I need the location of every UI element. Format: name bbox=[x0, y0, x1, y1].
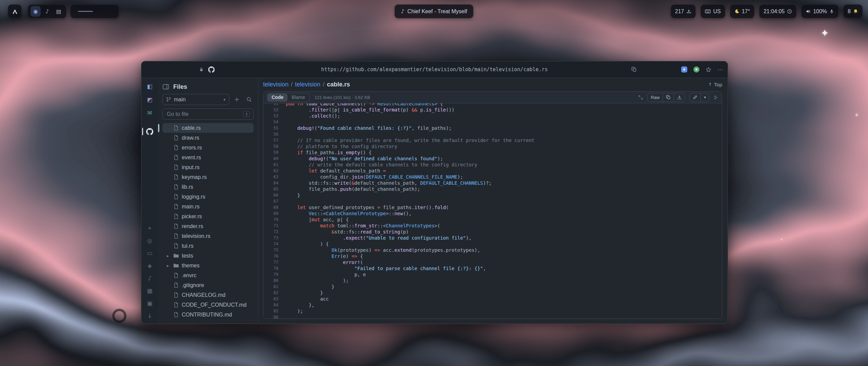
updates-widget[interactable]: 217 bbox=[671, 4, 696, 18]
breadcrumb-repo-link[interactable]: television bbox=[263, 81, 289, 88]
line-number[interactable]: 72 bbox=[263, 229, 278, 235]
lock-tab-icon[interactable]: ◈ bbox=[145, 261, 154, 270]
line-number[interactable]: 54 bbox=[263, 119, 278, 125]
lock-icon[interactable] bbox=[199, 67, 204, 72]
line-number[interactable]: 67 bbox=[263, 198, 278, 204]
notes-button[interactable]: ▤ bbox=[54, 6, 64, 17]
line-number[interactable]: 62 bbox=[263, 168, 278, 174]
tree-item-event.rs[interactable]: event.rs bbox=[162, 152, 254, 162]
tab-blame[interactable]: Blame bbox=[288, 94, 309, 101]
line-number[interactable]: 82 bbox=[263, 290, 278, 296]
tree-item-main.rs[interactable]: main.rs bbox=[162, 202, 254, 211]
goto-file-input[interactable] bbox=[166, 111, 240, 118]
weather-widget[interactable]: 17° bbox=[730, 4, 754, 18]
menu-kebab-icon[interactable]: ⋯ bbox=[717, 66, 723, 73]
tree-item-render.rs[interactable]: render.rs bbox=[162, 221, 254, 231]
line-number[interactable]: 70 bbox=[263, 217, 278, 223]
line-number[interactable]: 64 bbox=[263, 180, 278, 186]
keyboard-tab-icon[interactable]: ▭ bbox=[145, 249, 154, 258]
clock-widget[interactable]: 21:04:05 bbox=[759, 4, 796, 18]
line-number[interactable]: 63 bbox=[263, 174, 278, 180]
line-number[interactable]: 57 bbox=[263, 137, 278, 143]
line-number[interactable]: 86 bbox=[263, 314, 278, 319]
line-number[interactable]: 78 bbox=[263, 265, 278, 271]
line-number[interactable]: 84 bbox=[263, 302, 278, 308]
reader-icon[interactable]: ✉ bbox=[145, 108, 154, 117]
breadcrumb-folder-link[interactable]: television bbox=[295, 81, 320, 88]
line-number[interactable]: 55 bbox=[263, 125, 278, 131]
raw-button[interactable]: Raw bbox=[648, 93, 663, 102]
line-number[interactable]: 61 bbox=[263, 162, 278, 168]
github-tab-icon[interactable] bbox=[145, 127, 154, 136]
line-number[interactable]: 53 bbox=[263, 113, 278, 119]
tree-item-input.rs[interactable]: input.rs bbox=[162, 162, 254, 172]
launcher-button[interactable] bbox=[8, 4, 22, 18]
line-number[interactable]: 80 bbox=[263, 278, 278, 284]
line-number[interactable]: 56 bbox=[263, 131, 278, 137]
line-number[interactable]: 81 bbox=[263, 284, 278, 290]
tree-item-CHANGELOG.md[interactable]: CHANGELOG.md bbox=[162, 290, 254, 300]
tree-item-tui.rs[interactable]: tui.rs bbox=[162, 241, 254, 251]
line-number[interactable]: 51 bbox=[263, 103, 278, 107]
copy-icon[interactable] bbox=[663, 93, 674, 102]
line-number[interactable]: 85 bbox=[263, 308, 278, 314]
tree-item-.envrc[interactable]: .envrc bbox=[162, 270, 254, 280]
workspaces-icon[interactable]: ◩ bbox=[145, 95, 154, 104]
tree-item-picker.rs[interactable]: picker.rs bbox=[162, 211, 254, 221]
notifications-widget[interactable]: 8 bbox=[843, 4, 863, 18]
audio-widget[interactable]: 100% bbox=[801, 4, 839, 18]
line-number[interactable]: 59 bbox=[263, 149, 278, 156]
line-number[interactable]: 83 bbox=[263, 296, 278, 302]
line-number[interactable]: 76 bbox=[263, 253, 278, 259]
tab-code[interactable]: Code bbox=[268, 94, 288, 101]
archive-icon[interactable]: ▣ bbox=[145, 299, 154, 308]
pencil-icon[interactable] bbox=[690, 93, 701, 102]
line-number[interactable]: 77 bbox=[263, 259, 278, 265]
line-number[interactable]: 68 bbox=[263, 204, 278, 210]
tree-item-CODE_OF_CONDUCT.md[interactable]: CODE_OF_CONDUCT.md bbox=[162, 300, 254, 310]
symbols-panel-icon[interactable] bbox=[713, 95, 718, 100]
alerts-icon[interactable]: ◎ bbox=[145, 236, 154, 245]
tree-item-themes[interactable]: ▸themes bbox=[162, 261, 254, 270]
line-number[interactable]: 74 bbox=[263, 241, 278, 247]
tree-item-television.rs[interactable]: television.rs bbox=[162, 231, 254, 241]
line-number[interactable]: 52 bbox=[263, 107, 278, 113]
tree-item-tests[interactable]: ▸tests bbox=[162, 251, 254, 261]
music-button[interactable]: ♪ bbox=[42, 6, 52, 17]
line-number[interactable]: 65 bbox=[263, 186, 278, 192]
line-number[interactable]: 58 bbox=[263, 143, 278, 149]
download-tab-icon[interactable]: ↓ bbox=[145, 311, 154, 320]
collapse-panel-icon[interactable] bbox=[162, 83, 169, 90]
tree-item-CONTRIBUTING.md[interactable]: CONTRIBUTING.md bbox=[162, 310, 254, 320]
add-file-button[interactable] bbox=[232, 95, 241, 104]
line-number[interactable]: 66 bbox=[263, 192, 278, 198]
disc-button[interactable]: ◉ bbox=[31, 6, 41, 17]
line-number[interactable]: 60 bbox=[263, 156, 278, 162]
tree-item-lib.rs[interactable]: lib.rs bbox=[162, 182, 254, 192]
line-number[interactable]: 79 bbox=[263, 271, 278, 278]
extension-blue-icon[interactable] bbox=[681, 66, 687, 73]
tree-item-errors.rs[interactable]: errors.rs bbox=[162, 143, 254, 152]
music-tab-icon[interactable]: ♪ bbox=[145, 274, 154, 283]
duplicate-tab-icon[interactable] bbox=[631, 67, 637, 72]
tree-item-cable.rs[interactable]: cable.rs bbox=[162, 123, 254, 133]
line-number[interactable]: 71 bbox=[263, 223, 278, 229]
tree-item-logging.rs[interactable]: logging.rs bbox=[162, 192, 254, 202]
back-to-top-link[interactable]: ↑ Top bbox=[708, 82, 722, 87]
now-playing-pill[interactable]: ♪ Chief Keef - Treat Myself bbox=[394, 4, 473, 18]
bookmark-star-icon[interactable] bbox=[706, 67, 711, 73]
line-number[interactable]: 73 bbox=[263, 235, 278, 241]
panel-toggle-icon[interactable]: ◧ bbox=[145, 82, 154, 91]
branch-selector[interactable]: main ▾ bbox=[162, 94, 229, 105]
crosshair-icon[interactable]: ⌖ bbox=[145, 224, 154, 232]
line-number[interactable]: 75 bbox=[263, 247, 278, 253]
window-indicator-pill[interactable] bbox=[70, 4, 119, 18]
download-icon[interactable] bbox=[674, 93, 685, 102]
edit-caret-icon[interactable]: ▾ bbox=[701, 93, 709, 102]
search-files-button[interactable] bbox=[244, 95, 254, 104]
grid-icon[interactable]: ▦ bbox=[145, 286, 154, 295]
keyboard-layout-widget[interactable]: US bbox=[701, 4, 725, 18]
tree-item-keymap.rs[interactable]: keymap.rs bbox=[162, 172, 254, 182]
line-number[interactable]: 69 bbox=[263, 210, 278, 217]
tree-item-draw.rs[interactable]: draw.rs bbox=[162, 133, 254, 143]
